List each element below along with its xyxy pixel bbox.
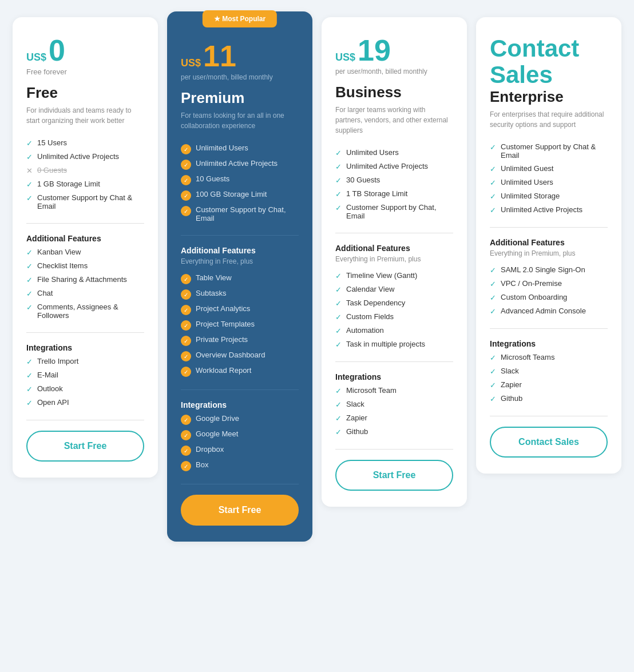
feature-item: ✓Github xyxy=(490,392,608,405)
features-list: ✓15 Users✓Unlimited Active Projects✕0 Gu… xyxy=(26,136,144,213)
feature-text: Workload Report xyxy=(196,366,251,375)
feature-text: 0 Guests xyxy=(37,166,67,174)
feature-text: Unlimited Active Projects xyxy=(37,152,119,161)
price-billing: per user/month, billed monthly xyxy=(335,67,453,75)
divider-integrations xyxy=(490,328,608,329)
circle-check-icon: ✓ xyxy=(181,336,191,346)
feature-text: Customer Support by Chat & Email xyxy=(37,193,144,210)
feature-item: ✓Comments, Assignees & Followers xyxy=(26,300,144,322)
feature-text: SAML 2.0 Single Sign-On xyxy=(501,265,585,274)
plan-card-business: US$ 19 per user/month, billed monthlyBus… xyxy=(322,17,467,507)
cta-button-premium[interactable]: Start Free xyxy=(181,495,299,526)
most-popular-badge: ★ Most Popular xyxy=(203,10,277,27)
cta-button-enterprise[interactable]: Contact Sales xyxy=(490,427,608,458)
feature-text: Private Projects xyxy=(196,335,248,344)
feature-item: ✓Box xyxy=(181,458,299,474)
feature-item: ✓Customer Support by Chat & Email xyxy=(490,140,608,162)
price-amount: 19 xyxy=(358,35,391,65)
feature-text: Advanced Admin Console xyxy=(501,307,586,315)
feature-text: Open API xyxy=(37,398,69,407)
check-icon: ✓ xyxy=(335,299,342,308)
check-icon: ✓ xyxy=(490,266,496,275)
pricing-container: US$ 0 Free foreverFreeFor individuals an… xyxy=(8,17,626,542)
features-list: ✓Trello Import✓E-Mail✓Outlook✓Open API xyxy=(26,355,144,409)
check-icon: ✓ xyxy=(490,206,496,214)
check-icon: ✓ xyxy=(26,357,33,366)
price-amount: 11 xyxy=(203,41,236,71)
check-icon: ✓ xyxy=(335,340,342,349)
circle-check-icon: ✓ xyxy=(181,144,191,154)
feature-text: File Sharing & Attachments xyxy=(37,275,127,284)
feature-item: ✓Kanban View xyxy=(26,245,144,259)
feature-text: 15 Users xyxy=(37,138,67,147)
check-icon: ✓ xyxy=(490,381,496,389)
circle-check-icon: ✓ xyxy=(181,320,191,331)
circle-check-icon: ✓ xyxy=(181,206,191,216)
feature-item: ✓15 Users xyxy=(26,136,144,150)
check-icon: ✓ xyxy=(490,178,496,187)
feature-text: Unlimited Active Projects xyxy=(196,159,278,168)
feature-item: ✓Unlimited Storage xyxy=(490,189,608,203)
cta-button-business[interactable]: Start Free xyxy=(335,460,453,491)
check-icon: ✓ xyxy=(26,276,33,284)
check-icon: ✓ xyxy=(26,139,33,148)
feature-item: ✓Task in multiple projects xyxy=(335,337,453,351)
divider-additional xyxy=(181,235,299,236)
plan-name: Business xyxy=(335,83,453,101)
feature-text: Google Drive xyxy=(196,414,239,423)
feature-text: Custom Fields xyxy=(346,312,394,321)
feature-item: ✓100 GB Storage Limit xyxy=(181,188,299,203)
plan-desc: For individuals and teams ready to start… xyxy=(26,105,144,126)
features-list: ✓Kanban View✓Checklist Items✓File Sharin… xyxy=(26,245,144,322)
additional-features-subtitle: Everything in Premium, plus xyxy=(335,255,453,263)
divider-cta xyxy=(490,416,608,416)
features-list: ✓Microsoft Teams✓Slack✓Zapier✓Github xyxy=(490,351,608,405)
feature-text: VPC / On-Premise xyxy=(501,279,562,288)
divider-additional xyxy=(335,233,453,233)
feature-text: Unlimited Guest xyxy=(501,164,553,173)
plan-card-enterprise: Contact SalesEnterpriseFor enterprises t… xyxy=(476,17,621,474)
feature-item: ✓Unlimited Active Projects xyxy=(490,203,608,217)
integrations-title: Integrations xyxy=(181,400,299,409)
price-row: US$ 11 xyxy=(181,41,299,71)
feature-item: ✓Custom Onboarding xyxy=(490,291,608,304)
feature-item: ✓Customer Support by Chat, Email xyxy=(181,203,299,225)
feature-text: Kanban View xyxy=(37,248,81,256)
feature-item: ✓Unlimited Active Projects xyxy=(181,157,299,172)
feature-item: ✓Zapier xyxy=(335,411,453,425)
feature-text: Slack xyxy=(501,367,519,375)
feature-text: Zapier xyxy=(346,413,367,422)
feature-text: Github xyxy=(346,427,368,436)
additional-features-title: Additional Features xyxy=(490,238,608,247)
divider-additional xyxy=(490,227,608,228)
circle-check-icon: ✓ xyxy=(181,305,191,315)
feature-text: 1 TB Storage Limit xyxy=(346,189,407,198)
feature-text: Table View xyxy=(196,273,232,282)
feature-text: Google Meet xyxy=(196,430,238,438)
check-icon: ✓ xyxy=(335,190,342,198)
feature-item: ✓Unlimited Users xyxy=(490,176,608,189)
price-row: US$ 19 xyxy=(335,35,453,65)
feature-item: ✓Unlimited Guest xyxy=(490,162,608,176)
check-icon: ✓ xyxy=(490,192,496,201)
check-icon: ✓ xyxy=(335,285,342,294)
feature-item: ✓Project Analytics xyxy=(181,302,299,317)
additional-features-subtitle: Everything in Premium, plus xyxy=(490,249,608,257)
features-list: ✓Timeline View (Gantt)✓Calendar View✓Tas… xyxy=(335,269,453,351)
feature-item: ✓Open API xyxy=(26,396,144,409)
cta-button-free[interactable]: Start Free xyxy=(26,431,144,462)
feature-text: Comments, Assignees & Followers xyxy=(37,303,144,320)
feature-text: Subtasks xyxy=(196,289,226,297)
feature-text: Customer Support by Chat, Email xyxy=(346,203,453,220)
circle-check-icon: ✓ xyxy=(181,430,191,440)
feature-text: Customer Support by Chat, Email xyxy=(196,205,299,222)
feature-item: ✓30 Guests xyxy=(335,173,453,187)
feature-text: Unlimited Storage xyxy=(501,192,560,200)
check-icon: ✓ xyxy=(26,153,33,161)
plan-desc: For teams looking for an all in one coll… xyxy=(181,110,299,131)
feature-item: ✓SAML 2.0 Single Sign-On xyxy=(490,263,608,277)
feature-item: ✓Unlimited Active Projects xyxy=(335,160,453,173)
feature-text: Custom Onboarding xyxy=(501,293,567,301)
price-contact: Contact Sales xyxy=(490,35,608,88)
circle-check-icon: ✓ xyxy=(181,175,191,185)
